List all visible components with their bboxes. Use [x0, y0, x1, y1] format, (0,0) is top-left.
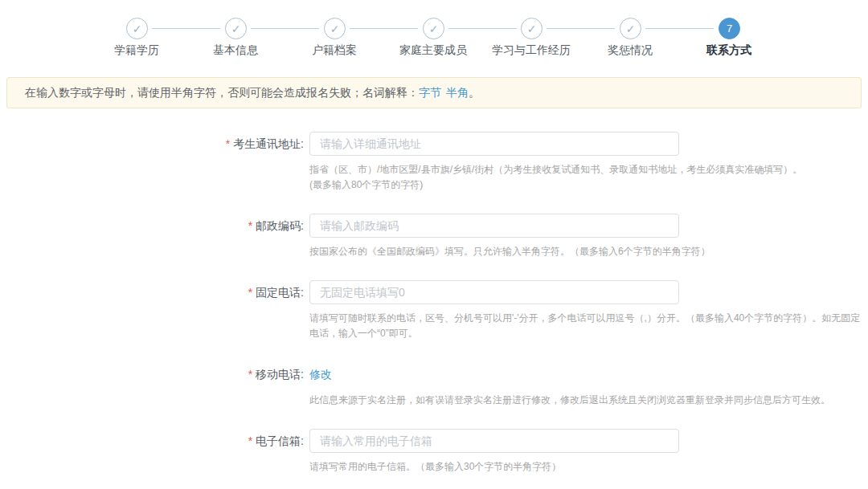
- step-connector: [152, 28, 220, 29]
- step-5-check-icon[interactable]: ✓: [521, 18, 542, 39]
- step-label-jiben[interactable]: 基本信息: [183, 43, 288, 58]
- step-3-check-icon[interactable]: ✓: [324, 18, 346, 39]
- halfwidth-notice-bar: 在输入数字或字母时，请使用半角字符，否则可能会造成报名失败；名词解释：字节半角。: [6, 77, 862, 108]
- field-label-text: 考生通讯地址:: [233, 137, 304, 150]
- step-6-check-icon[interactable]: ✓: [620, 18, 641, 39]
- contact-info-form: *考生通讯地址: 指省（区、市）/地市区盟/县市旗/乡镇/街村（为考生接收复试通…: [0, 132, 868, 475]
- email-help: 请填写常用的电子信箱。（最多输入30个字节的半角字符）: [309, 459, 864, 475]
- address-help-line1: 指省（区、市）/地市区盟/县市旗/乡镇/街村（为考生接收复试通知书、录取通知书地…: [309, 162, 864, 177]
- required-asterisk: *: [248, 219, 252, 232]
- field-label-postcode: *邮政编码:: [0, 214, 304, 259]
- field-row-mobile: *移动电话: 修改 此信息来源于实名注册，如有误请登录实名注册进行修改，修改后退…: [0, 362, 868, 408]
- step-7-badge[interactable]: 7: [719, 18, 740, 39]
- step-connector: [645, 28, 714, 29]
- step-label-jiating[interactable]: 家庭主要成员: [381, 43, 485, 58]
- step-connector: [350, 28, 418, 29]
- step-label-lianxi[interactable]: 联系方式: [677, 43, 781, 58]
- required-asterisk: *: [248, 286, 252, 299]
- step-4-check-icon[interactable]: ✓: [423, 18, 444, 39]
- address-help-line2: (最多输入80个字节的字符): [309, 177, 864, 193]
- notice-text: 在输入数字或字母时，请使用半角字符，否则可能会造成报名失败；名词解释：: [25, 86, 419, 99]
- field-label-text: 电子信箱:: [256, 434, 304, 447]
- field-label-text: 邮政编码:: [256, 219, 304, 232]
- field-label-email: *电子信箱:: [0, 429, 304, 475]
- field-label-address: *考生通讯地址:: [0, 132, 304, 193]
- step-2-check-icon[interactable]: ✓: [225, 18, 247, 39]
- step-label-jingli[interactable]: 学习与工作经历: [479, 43, 583, 58]
- step-connector: [547, 28, 615, 29]
- required-asterisk: *: [248, 368, 252, 381]
- step-label-xueji[interactable]: 学籍学历: [84, 43, 189, 58]
- postcode-input[interactable]: [309, 214, 679, 238]
- step-1-check-icon[interactable]: ✓: [126, 18, 148, 39]
- step-connector: [251, 28, 319, 29]
- field-label-text: 固定电话:: [256, 286, 304, 299]
- mobile-help: 此信息来源于实名注册，如有误请登录实名注册进行修改，修改后退出系统且关闭浏览器重…: [309, 393, 864, 408]
- field-label-mobile: *移动电话:: [0, 362, 304, 408]
- email-input[interactable]: [309, 429, 679, 453]
- field-label-landline: *固定电话:: [0, 280, 304, 341]
- step-label-jiangcheng[interactable]: 奖惩情况: [578, 43, 682, 58]
- field-row-address: *考生通讯地址: 指省（区、市）/地市区盟/县市旗/乡镇/街村（为考生接收复试通…: [0, 132, 868, 193]
- wizard-stepper: ✓ ✓ ✓ ✓ ✓ ✓ 7 学籍学历 基本信息 户籍档案 家庭主要成员 学习与工…: [0, 0, 868, 64]
- field-row-landline: *固定电话: 请填写可随时联系的电话，区号、分机号可以用'-'分开，多个电话可以…: [0, 280, 868, 341]
- step-label-huji[interactable]: 户籍档案: [282, 43, 387, 58]
- postcode-help: 按国家公布的《全国邮政编码》填写。只允许输入半角字符。（最多输入6个字节的半角字…: [309, 244, 864, 259]
- landline-input[interactable]: [309, 280, 679, 304]
- address-input[interactable]: [309, 132, 679, 156]
- field-label-text: 移动电话:: [256, 368, 304, 381]
- required-asterisk: *: [248, 434, 252, 447]
- landline-help: 请填写可随时联系的电话，区号、分机号可以用'-'分开，多个电话可以用逗号（,）分…: [309, 311, 864, 341]
- glossary-link-halfwidth[interactable]: 半角: [446, 86, 469, 99]
- field-row-email: *电子信箱: 请填写常用的电子信箱。（最多输入30个字节的半角字符）: [0, 429, 868, 475]
- notice-suffix: 。: [469, 86, 480, 99]
- step-connector: [448, 28, 517, 29]
- field-row-postcode: *邮政编码: 按国家公布的《全国邮政编码》填写。只允许输入半角字符。（最多输入6…: [0, 214, 868, 259]
- modify-mobile-link[interactable]: 修改: [309, 368, 332, 381]
- glossary-link-byte[interactable]: 字节: [419, 86, 441, 99]
- required-asterisk: *: [226, 137, 230, 150]
